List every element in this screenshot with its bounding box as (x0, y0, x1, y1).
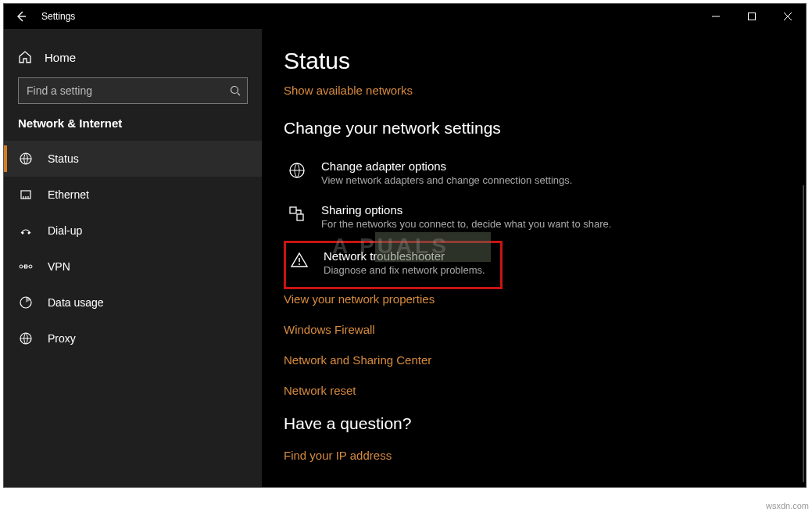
vpn-icon (18, 261, 34, 272)
svg-rect-13 (297, 214, 303, 220)
link-network-reset[interactable]: Network reset (284, 384, 784, 397)
option-desc: For the networks you connect to, decide … (321, 218, 611, 230)
svg-point-1 (231, 87, 238, 94)
main-content: Status Show available networks Change yo… (262, 29, 806, 487)
svg-rect-12 (290, 207, 296, 213)
option-desc: View network adapters and change connect… (321, 174, 572, 186)
warning-icon (289, 251, 309, 270)
window-title: Settings (41, 11, 75, 22)
category-label: Network & Internet (4, 116, 262, 130)
footer-credit: wsxdn.com (766, 501, 809, 510)
adapter-icon (287, 161, 307, 180)
window-body: Home Network & Internet Status Ethernet (4, 29, 806, 487)
option-title: Sharing options (321, 203, 611, 217)
close-button[interactable] (770, 4, 806, 29)
sidebar-item-vpn[interactable]: VPN (4, 249, 262, 285)
sidebar-item-data-usage[interactable]: Data usage (4, 285, 262, 320)
sidebar-item-status[interactable]: Status (4, 141, 262, 177)
question-heading: Have a question? (284, 414, 784, 433)
scrollbar[interactable] (803, 185, 804, 482)
maximize-icon (748, 13, 756, 20)
data-usage-icon (18, 295, 34, 310)
home-label: Home (45, 51, 76, 64)
home-icon (18, 50, 32, 64)
minimize-button[interactable] (698, 4, 734, 29)
svg-point-6 (20, 265, 23, 268)
link-windows-firewall[interactable]: Windows Firewall (284, 323, 784, 336)
search-box[interactable] (18, 77, 248, 104)
search-input[interactable] (27, 84, 230, 97)
svg-point-4 (22, 232, 24, 235)
settings-window: Settings Home Network & Internet (3, 3, 807, 488)
option-sharing[interactable]: Sharing options For the networks you con… (284, 197, 784, 241)
svg-point-7 (29, 265, 32, 268)
svg-point-14 (299, 263, 300, 265)
ethernet-icon (18, 188, 34, 202)
option-title: Change adapter options (321, 159, 572, 173)
sidebar-item-label: Ethernet (48, 188, 89, 201)
option-desc: Diagnose and fix network problems. (324, 264, 485, 276)
show-networks-link[interactable]: Show available networks (284, 84, 413, 97)
minimize-icon (712, 13, 720, 20)
search-icon (230, 85, 241, 96)
sidebar-item-label: Proxy (48, 332, 76, 345)
sidebar-item-proxy[interactable]: Proxy (4, 320, 262, 356)
sidebar-item-label: Dial-up (48, 224, 82, 237)
sidebar-item-label: VPN (48, 260, 70, 273)
change-settings-heading: Change your network settings (284, 119, 784, 138)
sharing-icon (287, 205, 307, 224)
sidebar: Home Network & Internet Status Ethernet (4, 29, 262, 487)
arrow-left-icon (15, 10, 27, 23)
sidebar-item-label: Status (48, 152, 79, 165)
link-network-properties[interactable]: View your network properties (284, 292, 784, 306)
svg-rect-0 (749, 13, 756, 20)
link-list: View your network properties Windows Fir… (284, 292, 784, 397)
proxy-icon (18, 331, 34, 346)
option-troubleshooter[interactable]: Network troubleshooter Diagnose and fix … (284, 241, 503, 289)
svg-point-5 (28, 232, 30, 235)
option-title: Network troubleshooter (324, 249, 485, 263)
sidebar-item-ethernet[interactable]: Ethernet (4, 177, 262, 213)
sidebar-item-dialup[interactable]: Dial-up (4, 213, 262, 249)
home-button[interactable]: Home (4, 40, 262, 74)
question-section: Have a question? Find your IP address (284, 414, 784, 465)
sidebar-item-label: Data usage (48, 296, 104, 309)
option-change-adapter[interactable]: Change adapter options View network adap… (284, 153, 784, 197)
maximize-button[interactable] (734, 4, 770, 29)
dialup-icon (18, 224, 34, 238)
close-icon (784, 13, 792, 20)
page-title: Status (284, 48, 784, 74)
titlebar: Settings (4, 4, 806, 29)
globe-icon (18, 152, 34, 166)
back-button[interactable] (4, 4, 38, 29)
link-sharing-center[interactable]: Network and Sharing Center (284, 353, 784, 367)
link-find-ip[interactable]: Find your IP address (284, 449, 392, 462)
